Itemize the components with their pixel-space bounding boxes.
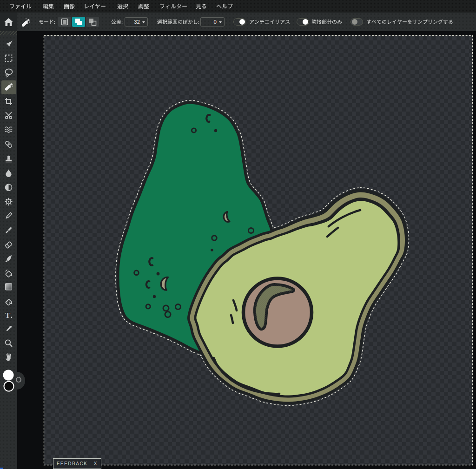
svg-text:T: T xyxy=(5,311,11,320)
